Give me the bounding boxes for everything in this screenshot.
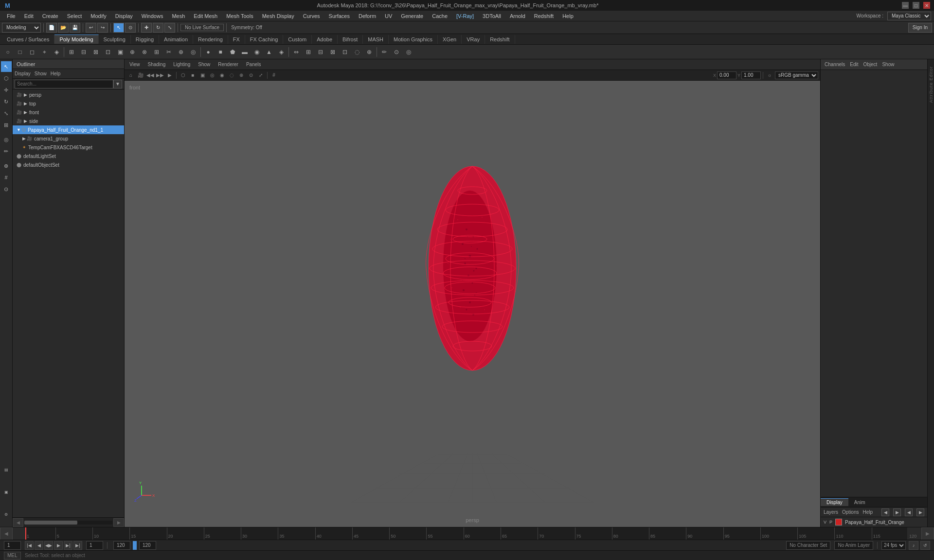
select-btn[interactable]: ↖	[113, 23, 124, 33]
outliner-item-lightset[interactable]: ⬤ defaultLightSet	[13, 152, 124, 160]
vp-solid-btn[interactable]: ■	[188, 71, 197, 80]
rotate-tool-btn[interactable]: ↻	[1, 96, 12, 107]
outliner-display-menu[interactable]: Display	[15, 71, 31, 76]
disk-icon[interactable]: ◈	[275, 46, 287, 58]
merge-icon[interactable]: ⊗	[139, 46, 150, 58]
average-icon[interactable]: ⊕	[363, 46, 375, 58]
target-weld-icon[interactable]: ◎	[187, 46, 199, 58]
menu-arnold[interactable]: Arnold	[506, 12, 529, 20]
vp-light-btn[interactable]: ◎	[208, 71, 216, 80]
vp-menu-renderer[interactable]: Renderer	[215, 62, 241, 67]
options-menu-item[interactable]: Options	[842, 509, 859, 515]
snap-point-btn[interactable]: ⊕	[1, 160, 12, 171]
tab-curves-surfaces[interactable]: Curves / Surfaces	[2, 35, 54, 44]
menu-edit-mesh[interactable]: Edit Mesh	[190, 12, 221, 20]
layer-v-toggle[interactable]: V	[824, 520, 826, 525]
layer-del-btn[interactable]: ▶	[893, 508, 901, 516]
attr-editor-toggle-btn[interactable]: ▣	[1, 481, 12, 503]
minimize-button[interactable]: —	[902, 2, 909, 9]
tab-xgen[interactable]: XGen	[438, 35, 462, 44]
outliner-item-front[interactable]: 🎥 ▶ front	[13, 108, 124, 117]
vp-x-field[interactable]	[717, 71, 736, 79]
boolean-icon[interactable]: ⊡	[339, 46, 351, 58]
vp-next-frame-btn[interactable]: ▶▶	[156, 71, 164, 80]
rp-edit-btn[interactable]: Edit	[850, 62, 858, 67]
menu-generate[interactable]: Generate	[397, 12, 427, 20]
menu-display[interactable]: Display	[111, 12, 137, 20]
cylinder-icon[interactable]: ⬟	[227, 46, 238, 58]
tool-settings-toggle-btn[interactable]: ⚙	[1, 504, 12, 525]
loop-btn[interactable]: ↺	[920, 541, 930, 550]
menu-redshift[interactable]: Redshift	[530, 12, 557, 20]
snap-grid-btn[interactable]: #	[1, 172, 12, 183]
outliner-scrollbar-thumb[interactable]	[24, 521, 77, 525]
maximize-button[interactable]: □	[913, 2, 919, 9]
outliner-help-menu[interactable]: Help	[51, 71, 61, 76]
menu-mesh-display[interactable]: Mesh Display	[258, 12, 298, 20]
start-frame-field[interactable]: 1	[4, 541, 21, 550]
redo-btn[interactable]: ↪	[97, 23, 108, 33]
scale-tool-btn[interactable]: ⤡	[1, 108, 12, 119]
tab-redshift[interactable]: Redshift	[485, 35, 515, 44]
smooth-icon[interactable]: ◌	[351, 46, 363, 58]
display-tab[interactable]: Display	[821, 498, 848, 506]
scale-btn[interactable]: ⤡	[164, 23, 175, 33]
move-btn[interactable]: ✚	[141, 23, 152, 33]
menu-deform[interactable]: Deform	[355, 12, 380, 20]
sign-in-btn[interactable]: Sign In	[908, 23, 932, 33]
vp-wireframe-btn[interactable]: ⬡	[179, 71, 187, 80]
layer-prev-btn[interactable]: ◀	[905, 508, 913, 516]
connect-icon[interactable]: ⊕	[175, 46, 187, 58]
outliner-item-objectset[interactable]: ⬤ defaultObjectSet	[13, 160, 124, 169]
menu-edit[interactable]: Edit	[20, 12, 37, 20]
outliner-item-top[interactable]: 🎥 ▶ top	[13, 99, 124, 108]
select-edge-icon[interactable]: □	[14, 46, 26, 58]
layer-add-btn[interactable]: ◀	[881, 508, 889, 516]
layer-color-swatch[interactable]	[835, 519, 842, 525]
current-frame-field[interactable]: 1	[86, 541, 103, 550]
menu-vray[interactable]: [V-Ray]	[452, 12, 478, 20]
save-scene-btn[interactable]: 💾	[70, 23, 80, 33]
viewport-canvas[interactable]: X Y Z front persp	[125, 81, 820, 527]
layer-next-btn[interactable]: ▶	[916, 508, 924, 516]
go-end-btn[interactable]: ▶|	[73, 541, 82, 550]
sound-btn[interactable]: ♪	[909, 541, 918, 550]
menu-mesh[interactable]: Mesh	[168, 12, 189, 20]
vp-cam-btn[interactable]: 🎥	[136, 71, 145, 80]
sphere-icon[interactable]: ●	[202, 46, 214, 58]
cut-icon[interactable]: ✂	[163, 46, 175, 58]
outliner-item-tempcam[interactable]: ✦ TempCamFBXASCD46Target	[18, 143, 124, 152]
vp-y-field[interactable]	[741, 71, 761, 79]
rp-show-btn[interactable]: Show	[882, 62, 894, 67]
menu-mesh-tools[interactable]: Mesh Tools	[222, 12, 257, 20]
outliner-item-side[interactable]: 🎥 ▶ side	[13, 117, 124, 125]
paint-select-btn[interactable]: ⬡	[1, 73, 12, 84]
outliner-show-menu[interactable]: Show	[35, 71, 47, 76]
soft-select-icon[interactable]: ◎	[403, 46, 414, 58]
split-icon[interactable]: ⊞	[151, 46, 162, 58]
close-button[interactable]: ✕	[923, 2, 930, 9]
timeline-scroll-right[interactable]: ▶	[921, 527, 934, 540]
tab-mash[interactable]: MASH	[363, 35, 389, 44]
vp-grid-btn[interactable]: #	[269, 71, 278, 80]
vp-textured-btn[interactable]: ▣	[198, 71, 207, 80]
menu-select[interactable]: Select	[63, 12, 86, 20]
vp-menu-view[interactable]: View	[126, 62, 143, 67]
anim-tab[interactable]: Anim	[848, 499, 871, 506]
snap-surface-btn[interactable]: ⊙	[1, 184, 12, 194]
sculpt-brush-btn[interactable]: ◎	[1, 134, 12, 145]
rp-object-btn[interactable]: Object	[863, 62, 878, 67]
crease-icon[interactable]: ⊕	[126, 46, 138, 58]
vp-shadow-btn[interactable]: ◉	[217, 71, 226, 80]
play-back-btn[interactable]: ◀▶	[44, 541, 53, 550]
select-tool-btn[interactable]: ↖	[1, 61, 12, 72]
bridge-icon[interactable]: ⊟	[78, 46, 90, 58]
separate-icon[interactable]: ⊟	[315, 46, 326, 58]
outliner-item-persp[interactable]: 🎥 ▶ persp	[13, 90, 124, 99]
menu-file[interactable]: File	[3, 12, 19, 20]
rotate-btn[interactable]: ↻	[153, 23, 163, 33]
outliner-scroll-right[interactable]: ▶	[113, 518, 124, 527]
menu-3dtoall[interactable]: 3DToAll	[479, 12, 505, 20]
channel-box-toggle-btn[interactable]: ▤	[1, 459, 12, 480]
next-frame-btn[interactable]: ▶|	[64, 541, 72, 550]
